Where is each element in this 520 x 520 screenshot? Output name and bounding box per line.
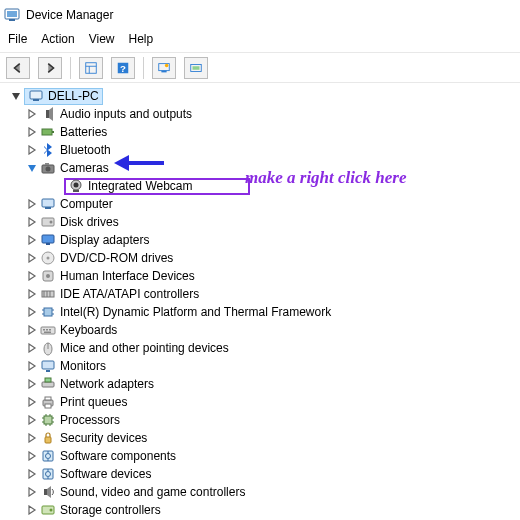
tree-node[interactable]: Disk drives xyxy=(4,213,516,231)
tree-node-label: Display adapters xyxy=(60,233,149,247)
tree-node-label: Computer xyxy=(60,197,113,211)
tree-node[interactable]: Software components xyxy=(4,447,516,465)
show-hide-console-tree-button[interactable] xyxy=(79,57,103,79)
expand-arrow-icon[interactable] xyxy=(26,378,38,390)
keyboard-icon xyxy=(40,322,56,338)
ide-icon xyxy=(40,286,56,302)
dvd-icon xyxy=(40,250,56,266)
tree-node[interactable]: Sound, video and game controllers xyxy=(4,483,516,501)
printer-icon xyxy=(40,394,56,410)
svg-rect-75 xyxy=(44,489,47,495)
menu-file[interactable]: File xyxy=(8,32,27,46)
expand-arrow-icon[interactable] xyxy=(26,396,38,408)
svg-rect-17 xyxy=(52,131,54,133)
tree-node[interactable]: Software devices xyxy=(4,465,516,483)
expand-arrow-icon[interactable] xyxy=(26,216,38,228)
help-button[interactable]: ? xyxy=(111,57,135,79)
tree-node-label: Bluetooth xyxy=(60,143,111,157)
expand-arrow-icon[interactable] xyxy=(10,90,22,102)
tree-node-label: Monitors xyxy=(60,359,106,373)
svg-rect-25 xyxy=(45,207,51,209)
expand-arrow-icon[interactable] xyxy=(26,468,38,480)
titlebar: Device Manager xyxy=(0,0,520,28)
expand-arrow-icon[interactable] xyxy=(26,108,38,120)
svg-point-77 xyxy=(50,509,53,512)
svg-rect-12 xyxy=(193,66,200,70)
svg-rect-53 xyxy=(45,378,51,382)
forward-button[interactable] xyxy=(38,57,62,79)
tree-node[interactable]: Mice and other pointing devices xyxy=(4,339,516,357)
display-icon xyxy=(40,232,56,248)
svg-rect-1 xyxy=(7,11,17,17)
svg-rect-13 xyxy=(30,91,42,99)
chip-icon xyxy=(40,304,56,320)
expand-arrow-icon[interactable] xyxy=(26,198,38,210)
tree-node[interactable]: IDE ATA/ATAPI controllers xyxy=(4,285,516,303)
svg-rect-29 xyxy=(46,243,50,245)
tree-node[interactable]: Computer xyxy=(4,195,516,213)
tree-child-node[interactable]: Integrated Webcam xyxy=(4,177,516,195)
expand-arrow-icon[interactable] xyxy=(26,360,38,372)
expand-arrow-icon[interactable] xyxy=(26,414,38,426)
tree-node[interactable]: Network adapters xyxy=(4,375,516,393)
expand-arrow-icon[interactable] xyxy=(26,504,38,516)
scan-hardware-button[interactable] xyxy=(152,57,176,79)
menu-help[interactable]: Help xyxy=(129,32,154,46)
tree-node[interactable]: Human Interface Devices xyxy=(4,267,516,285)
tree-node-label: Software devices xyxy=(60,467,151,481)
camera-icon xyxy=(40,160,56,176)
expand-arrow-icon[interactable] xyxy=(26,144,38,156)
expand-arrow-icon[interactable] xyxy=(26,234,38,246)
tree-node[interactable]: Processors xyxy=(4,411,516,429)
svg-rect-56 xyxy=(45,404,51,408)
bluetooth-icon xyxy=(40,142,56,158)
tree-node[interactable]: Bluetooth xyxy=(4,141,516,159)
back-button[interactable] xyxy=(6,57,30,79)
collapse-arrow-icon[interactable] xyxy=(26,162,38,174)
expand-arrow-icon[interactable] xyxy=(26,288,38,300)
svg-rect-9 xyxy=(161,70,166,72)
tree-node-label: Disk drives xyxy=(60,215,119,229)
expand-arrow-icon[interactable] xyxy=(26,306,38,318)
expand-arrow-icon[interactable] xyxy=(26,270,38,282)
tree-node[interactable]: DVD/CD-ROM drives xyxy=(4,249,516,267)
device-manager-icon xyxy=(4,7,20,23)
menu-view[interactable]: View xyxy=(89,32,115,46)
tree-node-label: DVD/CD-ROM drives xyxy=(60,251,173,265)
svg-point-33 xyxy=(46,274,50,278)
tree-node[interactable]: Audio inputs and outputs xyxy=(4,105,516,123)
tree-node[interactable]: Batteries xyxy=(4,123,516,141)
device-tree[interactable]: DELL-PC Audio inputs and outputs Batteri… xyxy=(0,83,520,520)
svg-rect-55 xyxy=(45,397,51,400)
add-legacy-hardware-button[interactable] xyxy=(184,57,208,79)
tree-root[interactable]: DELL-PC xyxy=(6,87,516,105)
tree-node[interactable]: Display adapters xyxy=(4,231,516,249)
expand-arrow-icon[interactable] xyxy=(26,252,38,264)
svg-rect-16 xyxy=(42,129,52,135)
toolbar-separator xyxy=(143,57,144,79)
svg-rect-52 xyxy=(42,382,54,387)
tree-node[interactable]: Print queues xyxy=(4,393,516,411)
expand-arrow-icon[interactable] xyxy=(26,324,38,336)
expand-arrow-icon[interactable] xyxy=(26,342,38,354)
expand-arrow-icon[interactable] xyxy=(26,486,38,498)
tree-node-label: Storage controllers xyxy=(60,503,161,517)
tree-node[interactable]: Security devices xyxy=(4,429,516,447)
audio-icon xyxy=(40,106,56,122)
tree-node[interactable]: Storage controllers xyxy=(4,501,516,519)
tree-node[interactable]: Keyboards xyxy=(4,321,516,339)
computer-icon xyxy=(28,88,44,104)
tree-node-label: Keyboards xyxy=(60,323,117,337)
svg-text:?: ? xyxy=(120,62,126,73)
tree-node-label: Cameras xyxy=(60,161,109,175)
expand-arrow-icon[interactable] xyxy=(26,126,38,138)
menu-action[interactable]: Action xyxy=(41,32,74,46)
svg-rect-38 xyxy=(44,308,52,316)
tree-node[interactable]: Cameras xyxy=(4,159,516,177)
expand-arrow-icon[interactable] xyxy=(26,432,38,444)
tree-node[interactable]: Monitors xyxy=(4,357,516,375)
svg-rect-50 xyxy=(42,361,54,369)
svg-point-22 xyxy=(74,183,79,188)
expand-arrow-icon[interactable] xyxy=(26,450,38,462)
tree-node[interactable]: Intel(R) Dynamic Platform and Thermal Fr… xyxy=(4,303,516,321)
